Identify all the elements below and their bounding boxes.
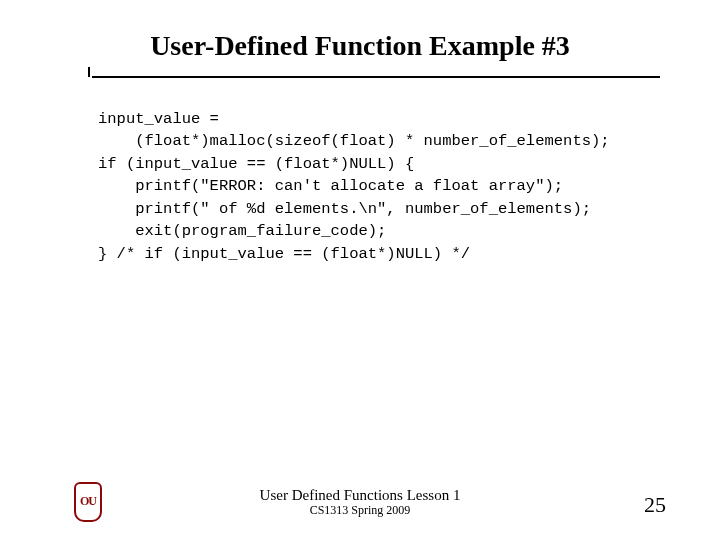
page-number: 25 [644, 492, 666, 518]
footer-course: CS1313 Spring 2009 [0, 504, 720, 518]
code-line: printf("ERROR: can't allocate a float ar… [98, 177, 563, 195]
code-line: exit(program_failure_code); [98, 222, 386, 240]
title-rule [92, 76, 660, 78]
footer: User Defined Functions Lesson 1 CS1313 S… [0, 487, 720, 518]
code-line: printf(" of %d elements.\n", number_of_e… [98, 200, 591, 218]
title-wrap: User-Defined Function Example #3 [0, 30, 720, 62]
code-line: if (input_value == (float*)NULL) { [98, 155, 414, 173]
slide-title: User-Defined Function Example #3 [150, 30, 570, 62]
code-block: input_value = (float*)malloc(sizeof(floa… [98, 108, 680, 265]
code-line: input_value = [98, 110, 219, 128]
footer-lesson: User Defined Functions Lesson 1 [0, 487, 720, 504]
slide: User-Defined Function Example #3 input_v… [0, 0, 720, 540]
code-line: } /* if (input_value == (float*)NULL) */ [98, 245, 470, 263]
code-line: (float*)malloc(sizeof(float) * number_of… [98, 132, 610, 150]
